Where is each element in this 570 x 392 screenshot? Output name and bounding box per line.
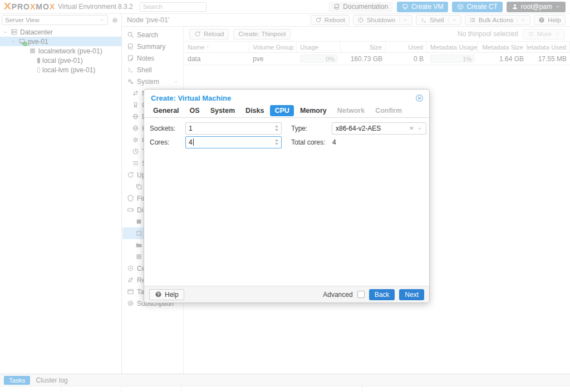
total-cores-label: Total cores:: [282, 138, 332, 146]
tab-disks[interactable]: Disks: [241, 105, 268, 116]
advanced-label: Advanced: [323, 291, 352, 299]
create-vm-dialog: Create: Virtual Machine General OS Syste…: [144, 89, 430, 303]
next-button[interactable]: Next: [399, 289, 424, 300]
spinner-buttons[interactable]: [275, 139, 278, 145]
tab-system[interactable]: System: [206, 105, 239, 116]
dialog-footer: Help Advanced Back Next: [144, 286, 429, 302]
chevron-down-icon[interactable]: [417, 126, 422, 131]
spin-up-icon[interactable]: [275, 125, 278, 127]
total-cores-value: 4: [332, 138, 426, 146]
dialog-titlebar: Create: Virtual Machine: [144, 90, 429, 104]
tab-general[interactable]: General: [149, 105, 184, 116]
clear-icon[interactable]: [409, 124, 414, 132]
spin-up-icon[interactable]: [275, 139, 278, 141]
spinner-buttons[interactable]: [275, 125, 278, 131]
tab-network[interactable]: Network: [333, 105, 369, 116]
cpu-type-combo[interactable]: x86-64-v2-AES: [332, 122, 426, 135]
tab-confirm[interactable]: Confirm: [371, 105, 406, 116]
dialog-title: Create: Virtual Machine: [151, 94, 231, 102]
cores-label: Cores:: [150, 138, 185, 146]
tab-cpu[interactable]: CPU: [270, 105, 293, 116]
text-caret: [193, 138, 194, 146]
sockets-input[interactable]: 1: [185, 122, 282, 135]
dialog-body: Sockets: 1 Type: x86-64-v2-AES Cores: 4 …: [144, 118, 429, 286]
close-button[interactable]: [415, 94, 424, 102]
dialog-tabs: General OS System Disks CPU Memory Netwo…: [144, 104, 429, 118]
help-icon: [155, 291, 162, 298]
back-button[interactable]: Back: [369, 289, 395, 300]
type-label: Type:: [282, 125, 332, 132]
tab-os[interactable]: OS: [185, 105, 204, 116]
cores-input[interactable]: 4: [185, 136, 282, 148]
sockets-label: Sockets:: [150, 125, 185, 132]
advanced-checkbox[interactable]: [357, 291, 365, 298]
dialog-help-button[interactable]: Help: [149, 289, 184, 300]
spin-down-icon[interactable]: [275, 143, 278, 145]
spin-down-icon[interactable]: [275, 129, 278, 131]
tab-memory[interactable]: Memory: [296, 105, 331, 116]
